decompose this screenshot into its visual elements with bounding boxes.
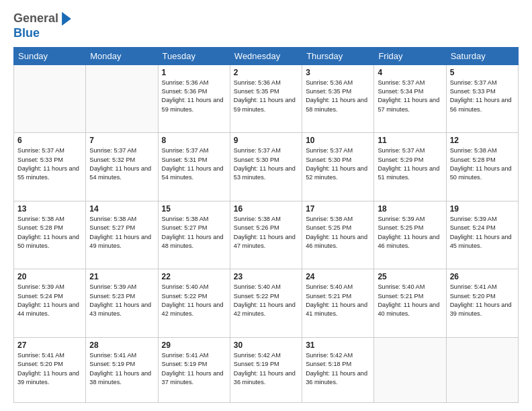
day-info: Sunrise: 5:38 AMSunset: 5:27 PMDaylight:… bbox=[89, 215, 154, 250]
logo-icon bbox=[60, 11, 73, 27]
week-row-4: 27Sunrise: 5:41 AMSunset: 5:20 PMDayligh… bbox=[14, 337, 519, 402]
day-number: 22 bbox=[162, 272, 226, 281]
day-header-friday: Friday bbox=[374, 47, 446, 64]
day-info: Sunrise: 5:37 AMSunset: 5:34 PMDaylight:… bbox=[378, 79, 442, 114]
day-info: Sunrise: 5:36 AMSunset: 5:35 PMDaylight:… bbox=[306, 79, 370, 114]
day-header-wednesday: Wednesday bbox=[230, 47, 302, 64]
day-info: Sunrise: 5:41 AMSunset: 5:19 PMDaylight:… bbox=[89, 351, 154, 387]
day-info: Sunrise: 5:36 AMSunset: 5:36 PMDaylight:… bbox=[162, 79, 226, 114]
day-info: Sunrise: 5:38 AMSunset: 5:26 PMDaylight:… bbox=[234, 215, 298, 250]
day-number: 3 bbox=[306, 68, 370, 77]
day-header-saturday: Saturday bbox=[446, 47, 518, 64]
day-number: 24 bbox=[306, 272, 370, 281]
day-number: 11 bbox=[378, 136, 442, 145]
week-row-0: 1Sunrise: 5:36 AMSunset: 5:36 PMDaylight… bbox=[14, 64, 519, 133]
day-number: 23 bbox=[234, 272, 298, 281]
day-cell: 7Sunrise: 5:37 AMSunset: 5:32 PMDaylight… bbox=[86, 133, 158, 201]
day-cell: 23Sunrise: 5:40 AMSunset: 5:22 PMDayligh… bbox=[230, 269, 302, 338]
day-cell: 18Sunrise: 5:39 AMSunset: 5:25 PMDayligh… bbox=[374, 201, 446, 269]
day-cell: 28Sunrise: 5:41 AMSunset: 5:19 PMDayligh… bbox=[86, 337, 158, 402]
day-info: Sunrise: 5:42 AMSunset: 5:19 PMDaylight:… bbox=[234, 351, 298, 387]
week-row-2: 13Sunrise: 5:38 AMSunset: 5:28 PMDayligh… bbox=[14, 201, 519, 269]
day-info: Sunrise: 5:40 AMSunset: 5:21 PMDaylight:… bbox=[378, 283, 442, 318]
day-number: 29 bbox=[162, 340, 226, 350]
day-cell: 12Sunrise: 5:38 AMSunset: 5:28 PMDayligh… bbox=[446, 133, 518, 201]
day-cell: 21Sunrise: 5:39 AMSunset: 5:23 PMDayligh… bbox=[86, 269, 158, 338]
day-number: 31 bbox=[306, 340, 370, 350]
header: General Blue bbox=[13, 11, 519, 40]
day-info: Sunrise: 5:37 AMSunset: 5:32 PMDaylight:… bbox=[89, 146, 154, 182]
week-row-3: 20Sunrise: 5:39 AMSunset: 5:24 PMDayligh… bbox=[14, 269, 519, 338]
day-cell bbox=[86, 64, 158, 133]
day-info: Sunrise: 5:37 AMSunset: 5:30 PMDaylight:… bbox=[306, 146, 370, 182]
day-number: 26 bbox=[450, 272, 515, 281]
day-number: 28 bbox=[89, 340, 154, 350]
day-info: Sunrise: 5:37 AMSunset: 5:31 PMDaylight:… bbox=[162, 146, 226, 182]
day-number: 16 bbox=[234, 204, 298, 214]
day-number: 12 bbox=[450, 136, 515, 145]
day-info: Sunrise: 5:41 AMSunset: 5:19 PMDaylight:… bbox=[162, 351, 226, 387]
day-number: 4 bbox=[378, 68, 442, 77]
calendar-table: SundayMondayTuesdayWednesdayThursdayFrid… bbox=[13, 47, 519, 403]
day-cell: 8Sunrise: 5:37 AMSunset: 5:31 PMDaylight… bbox=[158, 133, 230, 201]
day-cell: 26Sunrise: 5:41 AMSunset: 5:20 PMDayligh… bbox=[446, 269, 518, 338]
week-row-1: 6Sunrise: 5:37 AMSunset: 5:33 PMDaylight… bbox=[14, 133, 519, 201]
day-cell: 5Sunrise: 5:37 AMSunset: 5:33 PMDaylight… bbox=[446, 64, 518, 133]
day-cell: 20Sunrise: 5:39 AMSunset: 5:24 PMDayligh… bbox=[14, 269, 86, 338]
day-number: 17 bbox=[306, 204, 370, 214]
day-cell: 31Sunrise: 5:42 AMSunset: 5:18 PMDayligh… bbox=[302, 337, 374, 402]
page: General Blue SundayMondayTuesdayWednesda… bbox=[0, 0, 532, 411]
day-number: 9 bbox=[234, 136, 298, 145]
day-number: 14 bbox=[89, 204, 154, 214]
day-info: Sunrise: 5:42 AMSunset: 5:18 PMDaylight:… bbox=[306, 351, 370, 387]
day-header-thursday: Thursday bbox=[302, 47, 374, 64]
day-number: 13 bbox=[17, 204, 82, 214]
day-info: Sunrise: 5:37 AMSunset: 5:30 PMDaylight:… bbox=[234, 146, 298, 182]
day-cell: 22Sunrise: 5:40 AMSunset: 5:22 PMDayligh… bbox=[158, 269, 230, 338]
day-info: Sunrise: 5:37 AMSunset: 5:33 PMDaylight:… bbox=[17, 146, 82, 182]
day-info: Sunrise: 5:40 AMSunset: 5:22 PMDaylight:… bbox=[234, 283, 298, 318]
day-cell: 9Sunrise: 5:37 AMSunset: 5:30 PMDaylight… bbox=[230, 133, 302, 201]
day-cell: 13Sunrise: 5:38 AMSunset: 5:28 PMDayligh… bbox=[14, 201, 86, 269]
day-cell bbox=[14, 64, 86, 133]
svg-marker-0 bbox=[62, 12, 71, 26]
day-number: 5 bbox=[450, 68, 515, 77]
day-info: Sunrise: 5:36 AMSunset: 5:35 PMDaylight:… bbox=[234, 79, 298, 114]
day-cell: 19Sunrise: 5:39 AMSunset: 5:24 PMDayligh… bbox=[446, 201, 518, 269]
day-header-sunday: Sunday bbox=[14, 47, 86, 64]
day-info: Sunrise: 5:38 AMSunset: 5:28 PMDaylight:… bbox=[450, 146, 515, 182]
day-number: 20 bbox=[17, 272, 82, 281]
day-number: 30 bbox=[234, 340, 298, 350]
day-number: 19 bbox=[450, 204, 515, 214]
day-info: Sunrise: 5:40 AMSunset: 5:22 PMDaylight:… bbox=[162, 283, 226, 318]
day-cell: 1Sunrise: 5:36 AMSunset: 5:36 PMDaylight… bbox=[158, 64, 230, 133]
day-info: Sunrise: 5:41 AMSunset: 5:20 PMDaylight:… bbox=[17, 351, 82, 387]
day-number: 27 bbox=[17, 340, 82, 350]
day-info: Sunrise: 5:41 AMSunset: 5:20 PMDaylight:… bbox=[450, 283, 515, 318]
day-number: 15 bbox=[162, 204, 226, 214]
day-cell: 30Sunrise: 5:42 AMSunset: 5:19 PMDayligh… bbox=[230, 337, 302, 402]
day-number: 25 bbox=[378, 272, 442, 281]
day-number: 8 bbox=[162, 136, 226, 145]
day-cell: 11Sunrise: 5:37 AMSunset: 5:29 PMDayligh… bbox=[374, 133, 446, 201]
day-cell: 14Sunrise: 5:38 AMSunset: 5:27 PMDayligh… bbox=[86, 201, 158, 269]
day-header-tuesday: Tuesday bbox=[158, 47, 230, 64]
day-info: Sunrise: 5:38 AMSunset: 5:28 PMDaylight:… bbox=[17, 215, 82, 250]
day-cell: 27Sunrise: 5:41 AMSunset: 5:20 PMDayligh… bbox=[14, 337, 86, 402]
logo-general: General bbox=[13, 12, 58, 26]
day-cell: 29Sunrise: 5:41 AMSunset: 5:19 PMDayligh… bbox=[158, 337, 230, 402]
logo-blue: Blue bbox=[13, 26, 40, 40]
day-cell: 4Sunrise: 5:37 AMSunset: 5:34 PMDaylight… bbox=[374, 64, 446, 133]
day-info: Sunrise: 5:39 AMSunset: 5:23 PMDaylight:… bbox=[89, 283, 154, 318]
day-cell: 24Sunrise: 5:40 AMSunset: 5:21 PMDayligh… bbox=[302, 269, 374, 338]
day-header-monday: Monday bbox=[86, 47, 158, 64]
day-number: 10 bbox=[306, 136, 370, 145]
day-info: Sunrise: 5:39 AMSunset: 5:24 PMDaylight:… bbox=[17, 283, 82, 318]
day-cell: 16Sunrise: 5:38 AMSunset: 5:26 PMDayligh… bbox=[230, 201, 302, 269]
day-info: Sunrise: 5:39 AMSunset: 5:24 PMDaylight:… bbox=[450, 215, 515, 250]
day-info: Sunrise: 5:38 AMSunset: 5:25 PMDaylight:… bbox=[306, 215, 370, 250]
day-cell: 15Sunrise: 5:38 AMSunset: 5:27 PMDayligh… bbox=[158, 201, 230, 269]
day-number: 6 bbox=[17, 136, 82, 145]
day-number: 18 bbox=[378, 204, 442, 214]
day-number: 1 bbox=[162, 68, 226, 77]
